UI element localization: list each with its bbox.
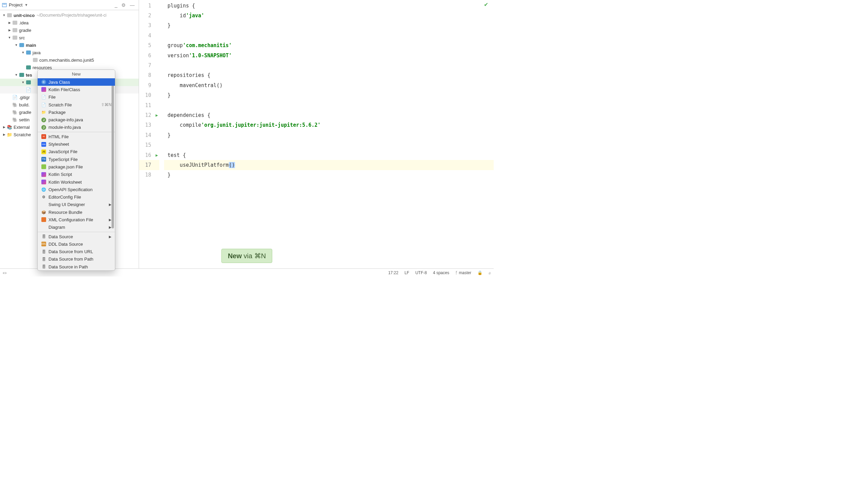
- status-lf[interactable]: LF: [405, 270, 409, 275]
- menu-item[interactable]: 🗄Data Source in Path: [38, 263, 115, 270]
- menu-item[interactable]: 📄File: [38, 94, 115, 101]
- html-file-icon: H: [41, 134, 46, 139]
- menu-item[interactable]: Diagram▶: [38, 224, 115, 231]
- project-header: Project ▼ ⎯ ⚙ —: [0, 0, 139, 10]
- swing-ui-designer-icon: [41, 202, 46, 207]
- project-title[interactable]: Project: [9, 2, 22, 7]
- menu-item[interactable]: 🌐OpenAPI Specification: [38, 186, 115, 193]
- menu-item[interactable]: TSTypeScript File: [38, 156, 115, 163]
- menu-item[interactable]: 🗄Data Source from URL: [38, 248, 115, 256]
- tree-item[interactable]: ▶.idea: [0, 19, 139, 26]
- status-encoding[interactable]: UTF-8: [415, 270, 427, 275]
- data-source-icon: 🗄: [41, 234, 46, 239]
- menu-item[interactable]: 📄Scratch File⇧⌘N: [38, 101, 115, 108]
- kotlin-script-icon: [41, 172, 46, 177]
- package-info-java-icon: J: [41, 117, 46, 123]
- ddl-data-source-icon: DDL: [41, 241, 46, 247]
- menu-item[interactable]: 📁Package: [38, 108, 115, 116]
- project-icon: [2, 3, 7, 7]
- scratch-file-icon: 📄: [41, 102, 46, 107]
- new-context-menu: New CJava ClassKotlin File/Class📄File📄Sc…: [37, 69, 115, 271]
- stylesheet-icon: css: [41, 142, 46, 147]
- tree-item[interactable]: ▶gradle: [0, 26, 139, 34]
- menu-item[interactable]: package.json File: [38, 163, 115, 170]
- menu-item[interactable]: Jpackage-info.java: [38, 116, 115, 123]
- menu-item[interactable]: Kotlin Worksheet: [38, 178, 115, 186]
- select-opened-icon[interactable]: ⎯: [115, 2, 117, 8]
- kotlin-worksheet-icon: [41, 179, 46, 185]
- menu-item[interactable]: Kotlin File/Class: [38, 86, 115, 93]
- menu-item[interactable]: JSJavaScript File: [38, 148, 115, 156]
- tree-item[interactable]: com.mechanitis.demo.junit5: [0, 56, 139, 64]
- tree-item[interactable]: ▼src: [0, 34, 139, 41]
- menu-item[interactable]: CJava Class: [38, 78, 115, 86]
- typescript-file-icon: TS: [41, 157, 46, 162]
- svg-rect-1: [3, 4, 6, 4]
- editor[interactable]: 123456789101112▶13141516▶1718 plugins { …: [139, 0, 494, 277]
- menu-item[interactable]: ⚙EditorConfig File: [38, 193, 115, 201]
- inspection-ok-icon[interactable]: ✔: [484, 1, 488, 8]
- editorconfig-file-icon: ⚙: [41, 195, 46, 200]
- package-json-file-icon: [41, 164, 46, 169]
- module-info-java-icon: J: [41, 125, 46, 130]
- collapse-icon[interactable]: —: [130, 2, 135, 8]
- menu-item[interactable]: HHTML File: [38, 133, 115, 140]
- tree-root[interactable]: ▼unit-cinco~/Documents/Projects/trishage…: [0, 12, 139, 19]
- menu-item[interactable]: Swing UI Designer▶: [38, 201, 115, 208]
- menu-item[interactable]: cssStylesheet: [38, 140, 115, 148]
- svg-rect-0: [2, 3, 6, 7]
- data-source-from-url-icon: 🗄: [41, 249, 46, 255]
- tree-item[interactable]: ▼java: [0, 49, 139, 56]
- data-source-from-path-icon: 🗄: [41, 257, 46, 262]
- menu-item[interactable]: 📦Resource Bundle: [38, 208, 115, 216]
- data-source-in-path-icon: 🗄: [41, 264, 46, 269]
- kotlin-file-class-icon: [41, 87, 46, 92]
- status-time: 17:22: [388, 270, 398, 275]
- menu-item[interactable]: 🗄Data Source▶: [38, 233, 115, 240]
- gutter: 123456789101112▶13141516▶1718: [139, 0, 159, 277]
- resource-bundle-icon: 📦: [41, 209, 46, 215]
- openapi-specification-icon: 🌐: [41, 187, 46, 192]
- menu-item[interactable]: 🗄Data Source from Path: [38, 256, 115, 263]
- diagram-icon: [41, 225, 46, 230]
- menu-item[interactable]: Jmodule-info.java: [38, 124, 115, 131]
- menu-item[interactable]: Kotlin Script: [38, 171, 115, 178]
- menu-item[interactable]: XML Configuration File▶: [38, 216, 115, 223]
- search-icon[interactable]: ⌕: [489, 270, 491, 275]
- shortcut-hint: New via ⌘N: [221, 249, 272, 263]
- fold-strip: [159, 0, 164, 277]
- xml-configuration-file-icon: [41, 217, 46, 222]
- lock-icon[interactable]: 🔒: [477, 270, 482, 275]
- file-icon: 📄: [41, 95, 46, 100]
- status-indent[interactable]: 4 spaces: [433, 270, 449, 275]
- java-class-icon: C: [41, 79, 46, 85]
- javascript-file-icon: JS: [41, 149, 46, 155]
- menu-item[interactable]: DDLDDL Data Source: [38, 240, 115, 248]
- chevron-down-icon[interactable]: ▼: [24, 3, 28, 7]
- tree-item[interactable]: ▼main: [0, 41, 139, 49]
- package-icon: 📁: [41, 109, 46, 115]
- status-branch[interactable]: ᚶ master: [455, 270, 471, 275]
- status-icon[interactable]: ▭: [3, 270, 6, 275]
- menu-title: New: [38, 70, 115, 78]
- settings-icon[interactable]: ⚙: [121, 2, 126, 8]
- code-area[interactable]: plugins { id 'java'}group 'com.mechaniti…: [164, 0, 494, 277]
